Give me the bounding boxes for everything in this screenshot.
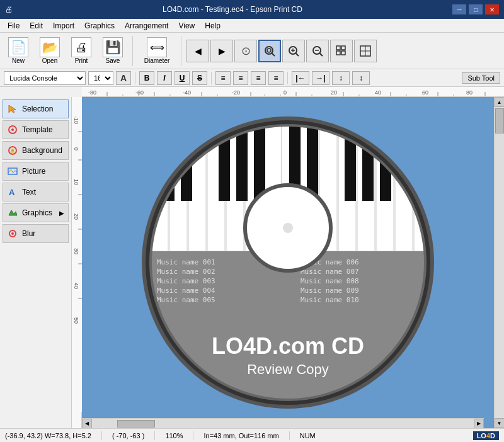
background-button[interactable]: Background	[3, 141, 69, 160]
window-icon: 🖨	[5, 5, 13, 14]
scroll-thumb-v[interactable]	[495, 108, 504, 133]
scroll-track-h[interactable]	[92, 419, 474, 428]
svg-point-115	[283, 223, 293, 233]
grid-button[interactable]	[330, 40, 353, 62]
italic-button[interactable]: I	[157, 71, 172, 85]
zoom-in-button[interactable]	[282, 40, 305, 62]
bold-button[interactable]: B	[139, 71, 154, 85]
save-button[interactable]: 💾 Save	[98, 35, 127, 67]
scroll-thumb-h[interactable]	[117, 420, 155, 428]
snap-button[interactable]	[354, 40, 377, 62]
title-bar: 🖨 LO4D.com - Testing.ec4 - Epson Print C…	[0, 0, 504, 19]
print-button[interactable]: 🖨 Print	[67, 35, 96, 67]
scroll-down-button[interactable]: ▼	[495, 418, 505, 428]
spacing-btn-4[interactable]: ↕	[352, 71, 370, 85]
text-button[interactable]: A Text	[3, 183, 69, 201]
picture-icon	[7, 166, 18, 177]
logo-area: LO4D	[473, 431, 499, 440]
spacing-btn-3[interactable]: ↕	[332, 71, 350, 85]
svg-rect-12	[336, 51, 340, 55]
menu-view[interactable]: View	[173, 20, 200, 31]
picture-button[interactable]: Picture	[3, 162, 69, 181]
fmt-sep-3	[287, 72, 288, 84]
open-button[interactable]: 📂 Open	[35, 35, 64, 67]
fmt-sep-2	[211, 72, 212, 84]
save-icon: 💾	[103, 37, 123, 57]
justify-button[interactable]: ≡	[268, 71, 284, 85]
zoom-out-button[interactable]	[306, 40, 329, 62]
maximize-button[interactable]: □	[469, 4, 483, 14]
text-icon: A	[7, 186, 18, 198]
format-bar: Lucida Console 16 A B I U S ≡ ≡ ≡ ≡ |← →…	[0, 69, 504, 87]
menu-edit[interactable]: Edit	[25, 20, 48, 31]
logo-text: LO	[477, 432, 486, 439]
align-left-button[interactable]: ≡	[215, 71, 231, 85]
template-icon	[7, 124, 18, 135]
cd-design: Music name 001 Music name 002 Music name…	[118, 108, 458, 417]
close-button[interactable]: ✕	[485, 4, 499, 14]
background-icon	[7, 145, 18, 156]
logo-d: D	[490, 432, 495, 439]
blur-icon	[7, 228, 18, 239]
spacing-btn-1[interactable]: |←	[292, 71, 309, 85]
svg-text:Music name 005: Music name 005	[157, 296, 215, 304]
minimize-button[interactable]: ─	[452, 4, 466, 14]
graphics-icon	[7, 207, 18, 218]
scroll-right-button[interactable]: ▶	[474, 419, 484, 429]
svg-text:-20: -20	[232, 89, 240, 96]
font-size-select[interactable]: 16	[88, 71, 113, 85]
svg-rect-13	[341, 51, 345, 55]
spacing-btn-2[interactable]: →|	[312, 71, 329, 85]
status-bar: (-36.9, 43.2) W=73.8, H=5.2 ( -70, -63 )…	[0, 428, 504, 442]
new-icon: 📄	[8, 37, 28, 57]
grid-icon	[335, 45, 348, 57]
svg-text:Music name 001: Music name 001	[157, 258, 215, 266]
menu-help[interactable]: Help	[200, 20, 226, 31]
scroll-left-button[interactable]: ◀	[82, 419, 92, 429]
toolbar-sep-2	[181, 36, 181, 66]
svg-text:Review Copy: Review Copy	[247, 361, 329, 377]
zoom-fit-button[interactable]	[258, 40, 281, 62]
menu-graphics[interactable]: Graphics	[79, 20, 120, 31]
new-button[interactable]: 📄 New	[4, 35, 33, 67]
svg-text:0: 0	[284, 89, 287, 96]
svg-text:Music name 010: Music name 010	[301, 296, 359, 304]
svg-text:Music name 003: Music name 003	[157, 277, 215, 285]
menu-import[interactable]: Import	[48, 20, 79, 31]
scroll-up-button[interactable]: ▲	[495, 97, 505, 107]
svg-rect-93	[236, 125, 248, 201]
status-position: ( -70, -63 )	[112, 432, 144, 439]
circle-tool-button[interactable]: ⊙	[234, 40, 257, 62]
svg-text:60: 60	[422, 89, 428, 96]
canvas-area[interactable]: Music name 001 Music name 002 Music name…	[82, 97, 494, 428]
diameter-button[interactable]: ⟺ Diameter	[138, 35, 176, 67]
menu-bar: File Edit Import Graphics Arrangement Vi…	[0, 19, 504, 33]
toolbar-sep-1	[132, 36, 133, 66]
menu-arrangement[interactable]: Arrangement	[120, 20, 173, 31]
svg-rect-10	[336, 46, 340, 50]
status-zoom: 110%	[165, 432, 183, 439]
menu-file[interactable]: File	[3, 20, 25, 31]
status-sep-4	[289, 431, 290, 440]
graphics-button[interactable]: Graphics ▶	[3, 203, 69, 222]
font-select[interactable]: Lucida Console	[4, 71, 86, 85]
blur-button[interactable]: Blur	[3, 224, 69, 243]
left-panel: Selection Template Background	[0, 97, 72, 428]
strikethrough-button[interactable]: S	[192, 71, 207, 85]
font-color-button[interactable]: A	[116, 71, 131, 85]
template-button[interactable]: Template	[3, 120, 69, 139]
underline-button[interactable]: U	[175, 71, 190, 85]
sub-tool-button[interactable]: Sub Tool	[462, 72, 500, 84]
scroll-track-v[interactable]	[495, 107, 504, 418]
back-button[interactable]: ◀	[186, 40, 209, 62]
fmt-sep-1	[135, 72, 135, 84]
align-right-button[interactable]: ≡	[251, 71, 266, 85]
zoom-out-icon	[311, 45, 324, 57]
svg-text:10: 10	[73, 179, 79, 185]
svg-text:80: 80	[466, 89, 472, 96]
scroll-horizontal[interactable]: ◀ ▶	[82, 418, 484, 428]
forward-button[interactable]: ▶	[210, 40, 233, 62]
align-center-button[interactable]: ≡	[233, 71, 248, 85]
selection-button[interactable]: Selection	[3, 99, 69, 118]
svg-line-8	[319, 53, 323, 56]
